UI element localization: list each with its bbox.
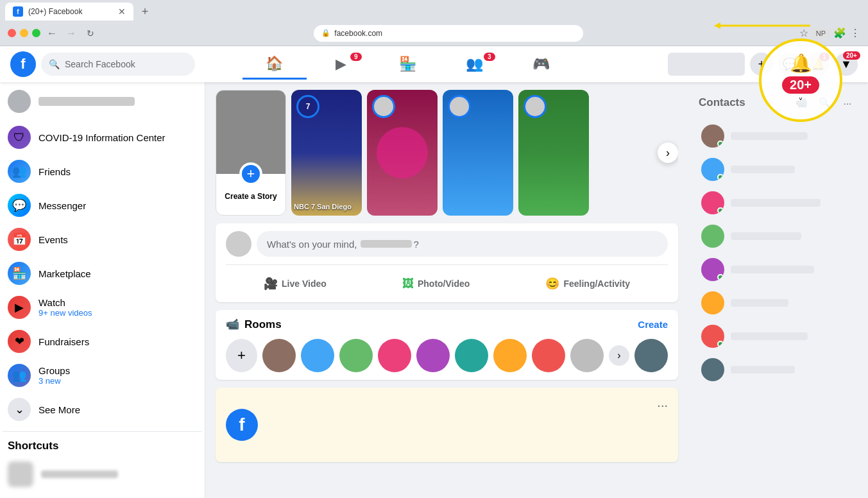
url-text: facebook.com: [334, 29, 382, 38]
events-icon: 📅: [8, 228, 31, 251]
browser-tab[interactable]: f (20+) Facebook ✕: [5, 3, 133, 21]
forward-button[interactable]: →: [64, 26, 79, 41]
contacts-search-icon[interactable]: 🔍: [814, 92, 835, 113]
rooms-create-button[interactable]: Create: [638, 319, 668, 330]
contact-name-8: [731, 366, 795, 374]
room-avatar-8[interactable]: [532, 339, 565, 372]
groups-icon: 👥: [8, 364, 31, 387]
new-tab-button[interactable]: +: [136, 3, 154, 21]
fb-logo-post: f: [226, 409, 258, 441]
search-icon: 🔍: [49, 59, 60, 69]
chevron-down-icon: ⌄: [8, 398, 31, 421]
contact-item-1[interactable]: [699, 121, 858, 151]
online-dot-1: [717, 141, 724, 147]
create-story-plus-icon: +: [239, 162, 262, 185]
stories-next-button[interactable]: ›: [658, 142, 678, 163]
nav-groups[interactable]: 👥 3: [443, 49, 507, 80]
add-button[interactable]: +: [750, 53, 773, 76]
sidebar-item-friends[interactable]: 👥 Friends: [3, 155, 202, 188]
photo-video-button[interactable]: 🖼 Photo/Video: [395, 273, 477, 295]
post-card-options[interactable]: ···: [657, 398, 668, 413]
contact-item-8[interactable]: [699, 354, 858, 385]
tab-title: (20+) Facebook: [28, 7, 82, 16]
see-more-button[interactable]: ⌄ See More: [3, 393, 202, 426]
contact-name-2: [731, 166, 795, 173]
room-avatar-2[interactable]: [301, 339, 334, 372]
room-avatar-3[interactable]: [339, 339, 373, 372]
back-button[interactable]: ←: [44, 26, 60, 41]
watch-icon: ▶: [8, 296, 31, 319]
contact-item-2[interactable]: [699, 154, 858, 185]
room-avatar-5[interactable]: [416, 339, 450, 372]
nav-home[interactable]: 🏠: [243, 49, 307, 80]
post-placeholder: What's on your mind,: [267, 239, 357, 250]
create-story-card[interactable]: + Create a Story: [216, 90, 286, 216]
story-1[interactable]: [367, 90, 438, 216]
lock-icon: 🔒: [321, 29, 330, 37]
refresh-button[interactable]: ↻: [83, 26, 98, 41]
post-input[interactable]: What's on your mind, ?: [257, 231, 668, 257]
room-avatar-7[interactable]: [493, 339, 527, 372]
address-bar[interactable]: 🔒 facebook.com: [314, 25, 583, 42]
sidebar-item-events[interactable]: 📅 Events: [3, 223, 202, 256]
notifications-button[interactable]: 🔔 1: [806, 53, 830, 76]
browser-profile[interactable]: NP: [812, 28, 830, 39]
sidebar-item-groups[interactable]: 👥 Groups 3 new: [3, 359, 202, 392]
story-2[interactable]: [443, 90, 513, 216]
star-icon[interactable]: ☆: [799, 27, 808, 39]
notifications-badge: 1: [819, 53, 830, 61]
contact-item-7[interactable]: [699, 321, 858, 352]
room-avatar-4[interactable]: [378, 339, 411, 372]
contact-name-6: [731, 299, 788, 307]
contact-item-3[interactable]: [699, 187, 858, 218]
nav-gaming[interactable]: 🎮: [509, 49, 574, 80]
rooms-title: 📹 Rooms: [226, 318, 282, 331]
room-avatar-1[interactable]: [262, 339, 296, 372]
groups-item-content: Groups 3 new: [38, 365, 70, 386]
room-add-button[interactable]: +: [226, 339, 257, 372]
sidebar-item-messenger[interactable]: 💬 Messenger: [3, 189, 202, 222]
create-story-label: Create a Story: [216, 192, 285, 202]
room-avatar-10[interactable]: [634, 339, 668, 372]
tab-favicon: f: [13, 6, 23, 17]
sidebar-item-watch[interactable]: ▶ Watch 9+ new videos: [3, 291, 202, 324]
shortcuts-item[interactable]: [3, 458, 202, 491]
story-nbc[interactable]: 7 NBC 7 San Diego: [291, 90, 362, 216]
messenger-button[interactable]: 💬: [778, 53, 801, 76]
search-placeholder: Search Facebook: [65, 59, 135, 69]
menu-button[interactable]: ▼ 20+: [835, 53, 858, 76]
sidebar-item-marketplace[interactable]: 🏪 Marketplace: [3, 257, 202, 290]
contact-item-6[interactable]: [699, 288, 858, 318]
rooms-next-button[interactable]: ›: [609, 345, 629, 366]
story-3[interactable]: [518, 90, 589, 216]
watch-item-content: Watch 9+ new videos: [38, 297, 92, 318]
room-avatar-9[interactable]: [570, 339, 604, 372]
post-placeholder-name: [361, 240, 412, 248]
sidebar-item-covid[interactable]: 🛡 COVID-19 Information Center: [3, 121, 202, 154]
maximize-button[interactable]: [32, 29, 40, 37]
online-dot-3: [717, 207, 724, 214]
covid-icon: 🛡: [8, 126, 31, 149]
rooms-title-text: Rooms: [244, 318, 282, 331]
minimize-button[interactable]: [20, 29, 28, 37]
fb-logo[interactable]: f: [10, 51, 36, 77]
browser-menu-icon[interactable]: ⋮: [850, 27, 860, 39]
video-chat-icon[interactable]: 📹: [791, 92, 812, 113]
extensions-icon[interactable]: 🧩: [833, 27, 846, 39]
contact-item-5[interactable]: [699, 254, 858, 285]
nav-watch[interactable]: ▶ 9: [309, 49, 373, 80]
contact-avatar-6: [701, 291, 724, 314]
contacts-more-icon[interactable]: ···: [837, 92, 858, 113]
messenger-label: Messenger: [38, 200, 86, 211]
room-avatar-6[interactable]: [455, 339, 488, 372]
live-video-button[interactable]: 🎥 Live Video: [256, 273, 334, 295]
sidebar-item-fundraisers[interactable]: ❤ Fundraisers: [3, 325, 202, 358]
close-button[interactable]: [8, 29, 16, 37]
story-nbc-text: NBC 7 San Diego: [294, 203, 359, 210]
feeling-activity-button[interactable]: 😊 Feeling/Activity: [538, 273, 637, 295]
nav-marketplace[interactable]: 🏪: [376, 49, 440, 80]
sidebar-user[interactable]: [3, 87, 202, 116]
contact-item-4[interactable]: [699, 221, 858, 252]
fb-search-box[interactable]: 🔍 Search Facebook: [41, 53, 195, 76]
tab-close-icon[interactable]: ✕: [118, 6, 126, 17]
